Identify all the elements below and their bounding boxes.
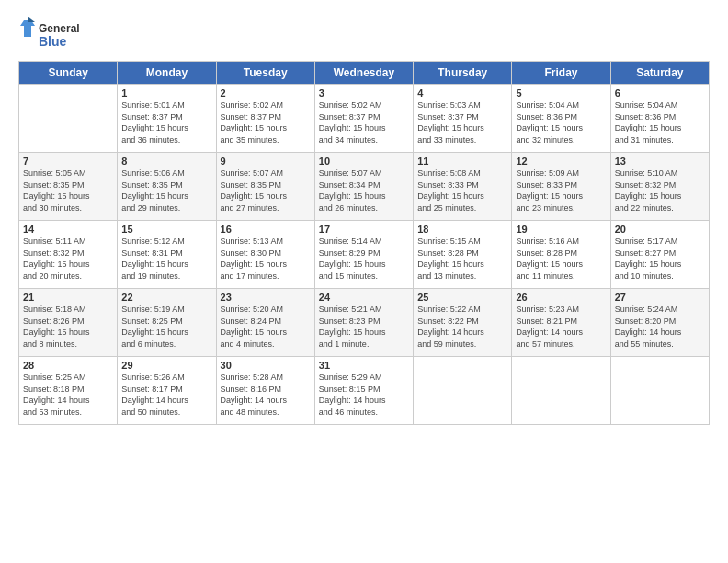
calendar-cell: 27Sunrise: 5:24 AM Sunset: 8:20 PM Dayli…: [610, 289, 709, 357]
calendar-cell: 29Sunrise: 5:26 AM Sunset: 8:17 PM Dayli…: [118, 357, 216, 425]
day-number: 27: [615, 292, 705, 303]
calendar-cell: 16Sunrise: 5:13 AM Sunset: 8:30 PM Dayli…: [216, 221, 314, 289]
day-number: 14: [23, 224, 113, 235]
day-info: Sunrise: 5:06 AM Sunset: 8:35 PM Dayligh…: [121, 167, 211, 213]
calendar-cell: 5Sunrise: 5:04 AM Sunset: 8:36 PM Daylig…: [512, 85, 610, 153]
day-number: 11: [417, 155, 507, 167]
day-number: 19: [516, 224, 606, 235]
day-number: 13: [615, 155, 705, 167]
calendar-cell: 20Sunrise: 5:17 AM Sunset: 8:27 PM Dayli…: [610, 221, 709, 289]
logo: General Blue: [18, 17, 83, 55]
week-row-3: 14Sunrise: 5:11 AM Sunset: 8:32 PM Dayli…: [19, 221, 710, 289]
day-info: Sunrise: 5:16 AM Sunset: 8:28 PM Dayligh…: [516, 236, 606, 282]
day-info: Sunrise: 5:04 AM Sunset: 8:36 PM Dayligh…: [615, 99, 705, 145]
calendar-cell: 21Sunrise: 5:18 AM Sunset: 8:26 PM Dayli…: [19, 289, 118, 357]
day-number: 24: [319, 292, 409, 303]
calendar-cell: 25Sunrise: 5:22 AM Sunset: 8:22 PM Dayli…: [414, 289, 512, 357]
day-info: Sunrise: 5:22 AM Sunset: 8:22 PM Dayligh…: [417, 304, 507, 350]
day-number: 22: [121, 292, 211, 303]
days-of-week-row: SundayMondayTuesdayWednesdayThursdayFrid…: [19, 62, 710, 85]
day-info: Sunrise: 5:15 AM Sunset: 8:28 PM Dayligh…: [417, 236, 507, 282]
day-info: Sunrise: 5:03 AM Sunset: 8:37 PM Dayligh…: [417, 99, 507, 145]
day-info: Sunrise: 5:14 AM Sunset: 8:29 PM Dayligh…: [319, 236, 409, 282]
calendar-cell: 6Sunrise: 5:04 AM Sunset: 8:36 PM Daylig…: [610, 85, 709, 153]
day-info: Sunrise: 5:12 AM Sunset: 8:31 PM Dayligh…: [121, 236, 211, 282]
day-info: Sunrise: 5:13 AM Sunset: 8:30 PM Dayligh…: [221, 236, 311, 282]
day-info: Sunrise: 5:24 AM Sunset: 8:20 PM Dayligh…: [615, 304, 705, 350]
calendar-cell: 10Sunrise: 5:07 AM Sunset: 8:34 PM Dayli…: [314, 153, 413, 221]
day-info: Sunrise: 5:09 AM Sunset: 8:33 PM Dayligh…: [516, 167, 606, 213]
calendar-cell: [610, 357, 709, 425]
dow-header-sunday: Sunday: [19, 62, 118, 85]
day-number: 12: [516, 155, 606, 167]
svg-marker-2: [20, 20, 35, 37]
day-info: Sunrise: 5:02 AM Sunset: 8:37 PM Dayligh…: [319, 99, 409, 145]
week-row-5: 28Sunrise: 5:25 AM Sunset: 8:18 PM Dayli…: [19, 357, 710, 425]
day-number: 4: [417, 87, 507, 98]
day-number: 9: [221, 155, 311, 167]
week-row-4: 21Sunrise: 5:18 AM Sunset: 8:26 PM Dayli…: [19, 289, 710, 357]
dow-header-saturday: Saturday: [610, 62, 709, 85]
calendar-cell: 11Sunrise: 5:08 AM Sunset: 8:33 PM Dayli…: [414, 153, 512, 221]
logo-svg: General Blue: [18, 17, 83, 55]
day-number: 10: [319, 155, 409, 167]
day-number: 7: [23, 155, 113, 167]
day-number: 28: [23, 360, 113, 371]
calendar-cell: [19, 85, 118, 153]
day-number: 30: [221, 360, 311, 371]
day-number: 17: [319, 224, 409, 235]
day-number: 3: [319, 87, 409, 98]
day-info: Sunrise: 5:02 AM Sunset: 8:37 PM Dayligh…: [221, 99, 311, 145]
day-info: Sunrise: 5:07 AM Sunset: 8:35 PM Dayligh…: [221, 167, 311, 213]
calendar-cell: 3Sunrise: 5:02 AM Sunset: 8:37 PM Daylig…: [314, 85, 413, 153]
calendar-cell: 7Sunrise: 5:05 AM Sunset: 8:35 PM Daylig…: [19, 153, 118, 221]
week-row-1: 1Sunrise: 5:01 AM Sunset: 8:37 PM Daylig…: [19, 85, 710, 153]
day-number: 21: [23, 292, 113, 303]
calendar-cell: 15Sunrise: 5:12 AM Sunset: 8:31 PM Dayli…: [118, 221, 216, 289]
calendar-cell: 2Sunrise: 5:02 AM Sunset: 8:37 PM Daylig…: [216, 85, 314, 153]
calendar-cell: 19Sunrise: 5:16 AM Sunset: 8:28 PM Dayli…: [512, 221, 610, 289]
dow-header-tuesday: Tuesday: [216, 62, 314, 85]
calendar-cell: 24Sunrise: 5:21 AM Sunset: 8:23 PM Dayli…: [314, 289, 413, 357]
calendar-cell: [414, 357, 512, 425]
calendar-cell: 26Sunrise: 5:23 AM Sunset: 8:21 PM Dayli…: [512, 289, 610, 357]
day-number: 6: [615, 87, 705, 98]
day-info: Sunrise: 5:04 AM Sunset: 8:36 PM Dayligh…: [516, 99, 606, 145]
dow-header-monday: Monday: [118, 62, 216, 85]
svg-text:General: General: [39, 22, 80, 35]
day-info: Sunrise: 5:18 AM Sunset: 8:26 PM Dayligh…: [23, 304, 113, 350]
svg-text:Blue: Blue: [39, 34, 67, 49]
calendar-cell: 1Sunrise: 5:01 AM Sunset: 8:37 PM Daylig…: [118, 85, 216, 153]
day-number: 23: [221, 292, 311, 303]
day-info: Sunrise: 5:07 AM Sunset: 8:34 PM Dayligh…: [319, 167, 409, 213]
day-number: 2: [221, 87, 311, 98]
week-row-2: 7Sunrise: 5:05 AM Sunset: 8:35 PM Daylig…: [19, 153, 710, 221]
calendar-cell: 13Sunrise: 5:10 AM Sunset: 8:32 PM Dayli…: [610, 153, 709, 221]
day-info: Sunrise: 5:21 AM Sunset: 8:23 PM Dayligh…: [319, 304, 409, 350]
page-header: General Blue: [18, 17, 710, 55]
day-number: 20: [615, 224, 705, 235]
day-number: 26: [516, 292, 606, 303]
calendar-cell: 9Sunrise: 5:07 AM Sunset: 8:35 PM Daylig…: [216, 153, 314, 221]
calendar-cell: 28Sunrise: 5:25 AM Sunset: 8:18 PM Dayli…: [19, 357, 118, 425]
day-info: Sunrise: 5:23 AM Sunset: 8:21 PM Dayligh…: [516, 304, 606, 350]
day-number: 15: [121, 224, 211, 235]
day-info: Sunrise: 5:28 AM Sunset: 8:16 PM Dayligh…: [221, 372, 311, 418]
calendar-cell: 8Sunrise: 5:06 AM Sunset: 8:35 PM Daylig…: [118, 153, 216, 221]
day-number: 16: [221, 224, 311, 235]
calendar-cell: 12Sunrise: 5:09 AM Sunset: 8:33 PM Dayli…: [512, 153, 610, 221]
calendar-body: 1Sunrise: 5:01 AM Sunset: 8:37 PM Daylig…: [19, 85, 710, 425]
day-info: Sunrise: 5:20 AM Sunset: 8:24 PM Dayligh…: [221, 304, 311, 350]
day-number: 8: [121, 155, 211, 167]
calendar-cell: 17Sunrise: 5:14 AM Sunset: 8:29 PM Dayli…: [314, 221, 413, 289]
day-number: 31: [319, 360, 409, 371]
dow-header-friday: Friday: [512, 62, 610, 85]
calendar-cell: 31Sunrise: 5:29 AM Sunset: 8:15 PM Dayli…: [314, 357, 413, 425]
day-info: Sunrise: 5:26 AM Sunset: 8:17 PM Dayligh…: [121, 372, 211, 418]
dow-header-thursday: Thursday: [414, 62, 512, 85]
day-info: Sunrise: 5:29 AM Sunset: 8:15 PM Dayligh…: [319, 372, 409, 418]
calendar-cell: 22Sunrise: 5:19 AM Sunset: 8:25 PM Dayli…: [118, 289, 216, 357]
day-info: Sunrise: 5:17 AM Sunset: 8:27 PM Dayligh…: [615, 236, 705, 282]
calendar-cell: 4Sunrise: 5:03 AM Sunset: 8:37 PM Daylig…: [414, 85, 512, 153]
day-info: Sunrise: 5:05 AM Sunset: 8:35 PM Dayligh…: [23, 167, 113, 213]
